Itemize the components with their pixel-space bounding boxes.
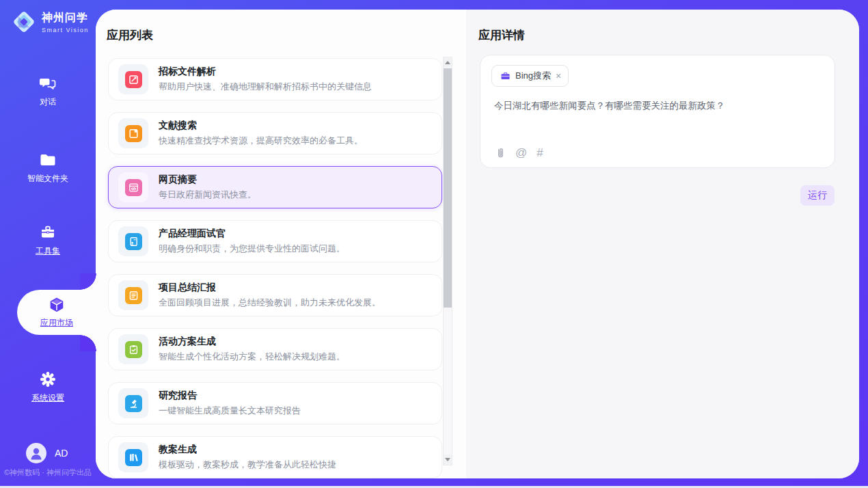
close-icon[interactable]: × bbox=[556, 71, 561, 81]
tab-curve-bottom bbox=[80, 335, 96, 351]
sidebar-item-label: 工具集 bbox=[36, 245, 60, 257]
composer-toolbar: @ # bbox=[493, 146, 543, 160]
app-list-panel: 应用列表 招标文件解析帮助用户快速、准确地理解和解析招标书中的关键信息 文献搜索… bbox=[96, 10, 466, 478]
scroll-down-button[interactable] bbox=[444, 455, 452, 465]
sidebar: 神州问学 Smart Vision 对话 智能文件夹 工具集 bbox=[0, 0, 96, 488]
sidebar-footer: ©神州数码 · 神州问学出品 bbox=[4, 467, 94, 478]
edit-square-icon bbox=[125, 71, 142, 88]
app-card-selected[interactable]: 网页摘要每日政府新闻资讯快查。 bbox=[108, 166, 442, 208]
app-card[interactable]: 活动方案生成智能生成个性化活动方案，轻松解决规划难题。 bbox=[108, 328, 442, 370]
list-scrollbar[interactable] bbox=[443, 57, 452, 465]
tab-curve-top bbox=[80, 273, 96, 290]
cube-icon bbox=[46, 296, 67, 315]
paperclip-icon[interactable] bbox=[493, 147, 506, 160]
resume-icon bbox=[125, 233, 142, 250]
app-card[interactable]: 研究报告一键智能生成高质量长文本研究报告 bbox=[108, 382, 442, 424]
main-content: 应用列表 招标文件解析帮助用户快速、准确地理解和解析招标书中的关键信息 文献搜索… bbox=[96, 10, 859, 478]
books-icon bbox=[125, 449, 142, 466]
triangle-up-icon bbox=[445, 61, 450, 64]
user-initials: AD bbox=[55, 448, 68, 459]
gear-icon bbox=[38, 370, 58, 389]
query-text-input[interactable]: 今日湖北有哪些新闻要点？有哪些需要关注的最新政策？ bbox=[494, 99, 822, 113]
scroll-up-button[interactable] bbox=[444, 57, 452, 68]
sidebar-item-label: 系统设置 bbox=[31, 392, 64, 404]
user-account[interactable]: AD bbox=[26, 443, 68, 463]
note-icon bbox=[125, 287, 142, 304]
person-icon bbox=[26, 443, 46, 463]
brand-name: 神州问学 bbox=[42, 11, 89, 25]
app-card[interactable]: 招标文件解析帮助用户快速、准确地理解和解析招标书中的关键信息 bbox=[108, 58, 442, 100]
app-detail-title: 应用详情 bbox=[478, 27, 525, 43]
app-card[interactable]: 项目总结汇报全面回顾项目进展，总结经验教训，助力未来优化发展。 bbox=[108, 274, 442, 316]
run-button[interactable]: 运行 bbox=[800, 185, 835, 206]
folder-icon bbox=[38, 150, 58, 170]
brand-logo: 神州问学 Smart Vision bbox=[11, 9, 89, 35]
scrollbar-thumb[interactable] bbox=[444, 68, 452, 308]
sidebar-item-chat[interactable]: 对话 bbox=[0, 74, 96, 108]
browser-code-icon bbox=[125, 179, 142, 196]
toolbox-icon bbox=[38, 223, 58, 242]
avatar bbox=[26, 443, 46, 463]
chat-icon bbox=[38, 74, 58, 93]
clipboard-check-icon bbox=[125, 341, 142, 358]
sidebar-item-label: 应用市场 bbox=[40, 317, 73, 329]
sidebar-item-label: 智能文件夹 bbox=[27, 173, 68, 185]
diamond-logo-icon bbox=[11, 9, 37, 35]
brand-subtitle: Smart Vision bbox=[42, 27, 89, 33]
sidebar-item-label: 对话 bbox=[40, 96, 56, 108]
microscope-icon bbox=[125, 395, 142, 412]
tool-chip-label: Bing搜索 bbox=[515, 70, 551, 82]
sidebar-item-app-market[interactable]: 应用市场 bbox=[17, 290, 96, 335]
book-icon bbox=[125, 125, 142, 142]
briefcase-icon bbox=[500, 71, 511, 81]
app-card[interactable]: 教案生成模板驱动，教案秒成，教学准备从此轻松快捷 bbox=[108, 436, 442, 478]
app-card[interactable]: 文献搜索快速精准查找学术资源，提高研究效率的必备工具。 bbox=[108, 112, 442, 154]
app-card[interactable]: 产品经理面试官明确身份和职责，为您提供专业性的面试问题。 bbox=[108, 220, 442, 262]
sidebar-item-toolset[interactable]: 工具集 bbox=[0, 223, 96, 257]
triangle-down-icon bbox=[445, 458, 450, 461]
sidebar-item-settings[interactable]: 系统设置 bbox=[0, 370, 96, 404]
app-detail-panel: 应用详情 Bing搜索 × 今日湖北有哪些新闻要点？有哪些需要关注的最新政策？ … bbox=[466, 10, 859, 478]
tool-chip-bing-search[interactable]: Bing搜索 × bbox=[491, 65, 569, 87]
at-mention-icon[interactable]: @ bbox=[515, 146, 527, 160]
prompt-composer: Bing搜索 × 今日湖北有哪些新闻要点？有哪些需要关注的最新政策？ @ # bbox=[480, 55, 835, 168]
hash-tag-icon[interactable]: # bbox=[537, 146, 543, 160]
app-card-list: 招标文件解析帮助用户快速、准确地理解和解析招标书中的关键信息 文献搜索快速精准查… bbox=[108, 10, 442, 478]
sidebar-item-smart-folder[interactable]: 智能文件夹 bbox=[0, 150, 96, 185]
